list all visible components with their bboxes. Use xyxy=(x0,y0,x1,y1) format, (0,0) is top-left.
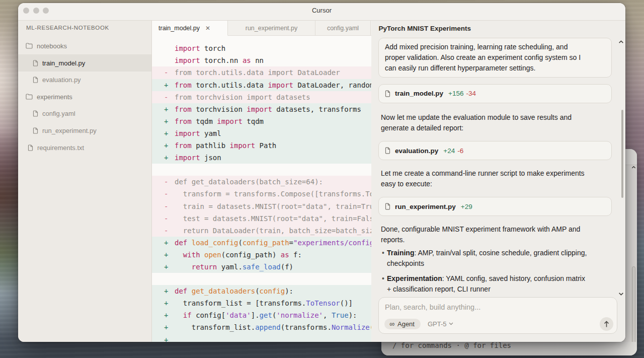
sidebar-item-notebooks[interactable]: notebooks xyxy=(18,38,151,55)
infinity-icon: ∞ xyxy=(389,320,394,327)
chat-input-box[interactable]: Plan, search, build anything... ∞ Agent … xyxy=(378,297,617,334)
code-token: def xyxy=(175,239,187,247)
tab-close-icon[interactable]: ✕ xyxy=(205,25,210,32)
sidebar-item-config-yaml[interactable]: config.yaml xyxy=(18,105,151,122)
agent-label: Agent xyxy=(397,320,415,328)
file-icon xyxy=(385,90,390,97)
send-button[interactable] xyxy=(600,317,613,331)
code-token xyxy=(175,311,183,319)
file-change-chip-run-experiment-py[interactable]: run_experiment.py+29 xyxy=(378,197,612,216)
code-line: import torch.nn as nn xyxy=(152,54,371,66)
chat-scroll-up-icon[interactable] xyxy=(618,39,624,45)
diff-added-sign: + xyxy=(152,334,175,342)
code-token: import xyxy=(175,44,200,52)
sidebar-item-requirements-txt[interactable]: requirements.txt xyxy=(18,139,151,156)
file-icon xyxy=(385,203,390,210)
code-token: import xyxy=(175,129,200,137)
code-token: from xyxy=(175,81,192,89)
code-line: +def load_config(config_path="experiment… xyxy=(152,237,371,249)
file-explorer-sidebar: ML-RESEARCH-NOTEBOOK notebookstrain_mode… xyxy=(18,21,152,342)
code-token: import xyxy=(217,117,243,125)
code-token: safe_load xyxy=(243,263,281,271)
diff-removed-sign: - xyxy=(152,225,175,237)
code-token xyxy=(175,251,183,259)
code-line: +from torchvision import datasets, trans… xyxy=(152,103,371,115)
code-line-content: from torch.utils.data import DataLoader,… xyxy=(175,79,371,91)
tab-config-yaml[interactable]: config.yaml xyxy=(315,21,371,36)
code-token: datasets, transforms xyxy=(272,105,361,113)
code-token: torchvision xyxy=(192,105,247,113)
code-token: transform_list = [transforms. xyxy=(175,299,306,307)
code-token: def xyxy=(175,287,187,295)
diff-removed-sign: - xyxy=(152,212,175,225)
file-change-chip-evaluation-py[interactable]: evaluation.py+24-6 xyxy=(378,141,612,160)
code-token xyxy=(187,287,191,295)
code-line: + transform_list = [transforms.ToTensor(… xyxy=(152,297,371,309)
sidebar-item-run-experiment-py[interactable]: run_experiment.py xyxy=(18,122,151,139)
code-line: + xyxy=(152,334,371,342)
lines-removed-count: -6 xyxy=(457,147,463,155)
diff-added-sign: + xyxy=(152,321,175,333)
sidebar-item-evaluation-py[interactable]: evaluation.py xyxy=(18,71,151,89)
code-token: tqdm xyxy=(192,117,217,125)
code-token: return DataLoader(train, batch_size=batc… xyxy=(175,227,371,235)
diff-added-sign: + xyxy=(152,285,175,297)
tab-label: run_experiment.py xyxy=(246,25,298,32)
agent-mode-selector[interactable]: ∞ Agent xyxy=(384,319,421,330)
assistant-paragraph: Let me create a command-line runner scri… xyxy=(381,168,612,189)
code-line-content: from pathlib import Path xyxy=(175,139,371,152)
file-icon xyxy=(33,110,38,117)
chat-scroll-down-icon[interactable] xyxy=(618,291,624,297)
code-line-content: import json xyxy=(175,152,371,164)
code-token: ): xyxy=(349,311,357,319)
code-line-content: transform = transforms.Compose([transfor… xyxy=(175,188,371,200)
code-line xyxy=(152,273,371,285)
chat-scrollbar-thumb[interactable] xyxy=(621,110,623,198)
code-token: (transforms. xyxy=(281,323,332,331)
code-token: import xyxy=(175,56,200,64)
code-token: f: xyxy=(289,251,302,259)
code-diff-view[interactable]: import torch import torch.nn as nn-from … xyxy=(152,36,371,342)
sidebar-item-label: notebooks xyxy=(37,42,67,50)
diff-added-sign: + xyxy=(152,139,175,152)
code-token: transform_list. xyxy=(175,323,255,331)
file-icon xyxy=(28,145,33,151)
code-token: load_config xyxy=(192,239,238,247)
diff-removed-sign: - xyxy=(152,188,175,200)
sidebar-item-train-model-py[interactable]: train_model.py xyxy=(18,54,151,71)
sidebar-item-experiments[interactable]: experiments xyxy=(18,89,151,106)
code-token xyxy=(175,263,192,271)
code-token: if xyxy=(183,311,192,319)
assistant-paragraph: Now let me update the evaluation module … xyxy=(381,112,612,133)
code-line-content: def get_dataloaders(batch_size=64): xyxy=(175,176,371,188)
code-line: -def get_dataloaders(batch_size=64): xyxy=(152,176,371,188)
code-line: - train = datasets.MNIST(root="data", tr… xyxy=(152,200,371,212)
ai-chat-panel: PyTorch MNIST Experiments Add mixed prec… xyxy=(371,21,625,342)
code-token: as xyxy=(281,251,289,259)
code-line: - transform = transforms.Compose([transf… xyxy=(152,188,371,200)
lines-added-count: +29 xyxy=(461,203,472,210)
code-line: -from torchvision import datasets xyxy=(152,91,371,103)
sidebar-item-label: experiments xyxy=(37,93,72,101)
scroll-up-icon[interactable] xyxy=(631,165,636,170)
code-token: True xyxy=(332,311,349,319)
sidebar-item-label: evaluation.py xyxy=(42,76,81,84)
titlebar: Cursor xyxy=(18,3,625,21)
tab-run-experiment-py[interactable]: run_experiment.py xyxy=(228,21,315,36)
code-line: +from tqdm import tqdm xyxy=(152,115,371,127)
tab-train-model-py[interactable]: train_model.py✕ xyxy=(152,21,228,36)
code-token: "experiments/config.yaml" xyxy=(293,239,371,247)
file-change-chip-train-model-py[interactable]: train_model.py+156-34 xyxy=(378,84,612,103)
code-token: tqdm xyxy=(243,117,264,125)
code-token: json xyxy=(200,154,221,162)
code-token: test = datasets.MNIST(root="data", train… xyxy=(175,214,371,223)
code-token: append xyxy=(255,323,281,331)
code-line: + return yaml.safe_load(f) xyxy=(152,261,371,273)
model-selector[interactable]: GPT-5 xyxy=(428,319,453,330)
model-label: GPT-5 xyxy=(428,320,447,328)
sidebar-item-label: run_experiment.py xyxy=(42,127,97,134)
code-line-content: def load_config(config_path="experiments… xyxy=(175,237,371,249)
code-line-content: return DataLoader(train, batch_size=batc… xyxy=(175,225,371,237)
scrollbar-thumb[interactable] xyxy=(632,266,635,345)
file-icon xyxy=(33,60,38,66)
